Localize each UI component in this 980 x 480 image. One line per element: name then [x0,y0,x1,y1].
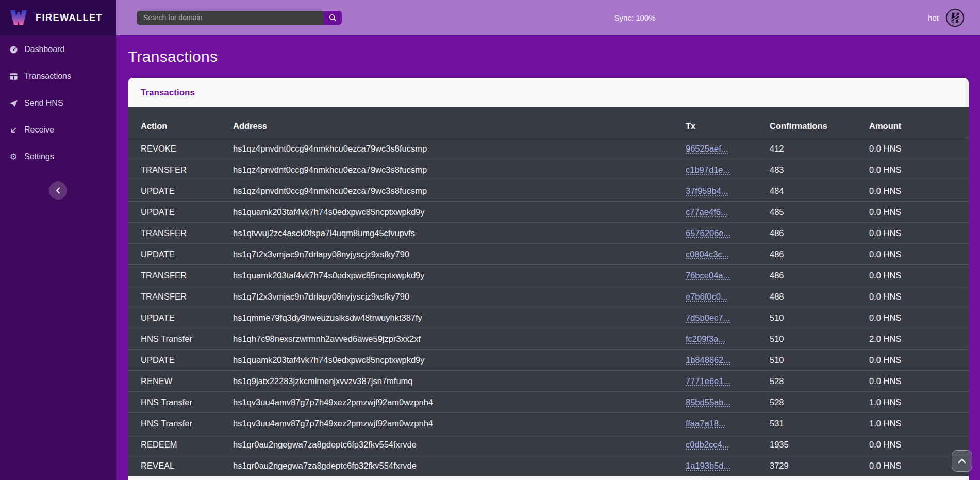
sidebar-collapse-button[interactable] [49,181,67,200]
cell-amount: 0.0 HNS [856,350,969,371]
tx-link[interactable]: 1b848862... [686,355,730,365]
send-icon [9,99,18,108]
cell-address: hs1q7t2x3vmjac9n7drlapy08nyjyscjz9xsfky7… [220,286,673,307]
cell-tx: c0804c3c... [673,244,757,265]
cell-address: hs1quamk203taf4vk7h74s0edxpwc85ncptxwpkd… [220,350,673,371]
table-row: RENEW hs1q9jatx22283jzkcmlrnenjxvvzv387j… [128,371,969,392]
table-row: TRANSFER hs1quamk203taf4vk7h74s0edxpwc85… [128,265,969,286]
table-icon [9,72,18,81]
cell-tx: c1b97d1e... [673,159,757,180]
cell-tx: ffaa7a18... [673,413,757,434]
cell-action: TRANSFER [128,265,220,286]
cell-amount: 0.0 HNS [856,159,969,180]
sidebar: FIREWALLET Dashboard Transactions Send H… [0,0,116,480]
main-content: Transactions Transactions Action Address… [116,35,980,480]
cell-action: REVEAL [128,455,220,476]
cell-tx: 85bd55ab... [673,392,757,413]
brand: FIREWALLET [0,0,116,35]
cell-address: hs1qz4pnvdnt0ccg94nmkhcu0ezca79wc3s8fucs… [220,159,673,180]
cell-confirmations: 510 [757,328,856,350]
cell-tx: 37f959b4... [673,180,757,202]
firewallet-w-logo-icon [8,8,29,27]
tx-link[interactable]: 7d5b0ec7... [686,313,730,322]
cell-action: UPDATE [128,307,220,328]
tx-link[interactable]: fc209f3a... [686,334,725,343]
search-input[interactable] [137,11,323,25]
sidebar-item-receive[interactable]: Receive [0,117,116,143]
transactions-table: Action Address Tx Confirmations Amount R… [128,107,969,476]
table-row: HNS Transfer hs1qv3uu4amv87g7p7h49xez2pm… [128,392,969,413]
sidebar-item-transactions[interactable]: Transactions [0,63,116,90]
tx-link[interactable]: e7b6f0c0... [686,292,728,301]
cell-confirmations: 510 [757,307,856,328]
sidebar-item-send-hns[interactable]: Send HNS [0,90,116,117]
cell-confirmations: 1935 [757,434,856,455]
cell-amount: 1.0 HNS [856,413,969,434]
card-header: Transactions [128,78,969,107]
cell-tx: c77ae4f6... [673,202,757,223]
chevron-left-icon [56,187,60,194]
cell-tx: 96525aef... [673,138,757,159]
tx-link[interactable]: 6576206e... [686,228,730,238]
sidebar-item-settings[interactable]: ⚙ Settings [0,143,116,170]
handshake-logo-icon[interactable] [945,8,965,27]
table-row: HNS Transfer hs1qv3uu4amv87g7p7h49xez2pm… [128,413,969,434]
cell-confirmations: 412 [757,138,856,159]
gear-icon: ⚙ [9,153,18,161]
tx-link[interactable]: c77ae4f6... [686,207,728,217]
search-button[interactable] [323,11,342,25]
cell-action: UPDATE [128,244,220,265]
sidebar-item-label: Settings [24,152,54,161]
cell-address: hs1q7t2x3vmjac9n7drlapy08nyjyscjz9xsfky7… [220,244,673,265]
cell-confirmations: 528 [757,371,856,392]
cell-action: TRANSFER [128,286,220,307]
cell-action: UPDATE [128,180,220,202]
cell-action: REDEEM [128,434,220,455]
cell-confirmations: 486 [757,265,856,286]
transactions-card: Transactions Action Address Tx Confirmat… [128,78,969,480]
app-window: FIREWALLET Dashboard Transactions Send H… [0,0,980,480]
cell-address: hs1qv3uu4amv87g7p7h49xez2pmzwjf92am0wzpn… [220,413,673,434]
tx-link[interactable]: 85bd55ab... [686,398,730,407]
cell-amount: 0.0 HNS [856,286,969,307]
cell-amount: 1.0 HNS [856,392,969,413]
sidebar-item-label: Send HNS [24,98,63,108]
sidebar-item-label: Dashboard [24,45,64,54]
cell-confirmations: 483 [757,159,856,180]
cell-tx: fc209f3a... [673,328,757,350]
tx-link[interactable]: ffaa7a18... [686,419,726,428]
tx-link[interactable]: 1a193b5d... [686,461,730,470]
cell-amount: 0.0 HNS [856,244,969,265]
table-row: UPDATE hs1qz4pnvdnt0ccg94nmkhcu0ezca79wc… [128,180,969,202]
tx-link[interactable]: 96525aef... [686,144,728,153]
tx-link[interactable]: 76bce04a... [686,271,730,280]
cell-confirmations: 484 [757,180,856,202]
table-row: TRANSFER hs1qtvvuj2zc4asck0fspa7l4uqm8um… [128,223,969,244]
sidebar-item-label: Transactions [24,72,71,81]
table-row: TRANSFER hs1qz4pnvdnt0ccg94nmkhcu0ezca79… [128,159,969,180]
tx-link[interactable]: c1b97d1e... [686,165,730,174]
cell-confirmations: 486 [757,223,856,244]
cell-action: HNS Transfer [128,328,220,350]
cell-action: TRANSFER [128,159,220,180]
cell-address: hs1qv3uu4amv87g7p7h49xez2pmzwjf92am0wzpn… [220,392,673,413]
cell-tx: e7b6f0c0... [673,286,757,307]
cell-action: RENEW [128,371,220,392]
cell-address: hs1qmme79fq3dy9hweuzuslksdw48trwuyhkt387… [220,307,673,328]
tx-link[interactable]: 37f959b4... [686,186,728,195]
cell-confirmations: 528 [757,392,856,413]
cell-confirmations: 486 [757,244,856,265]
cell-amount: 0.0 HNS [856,371,969,392]
scroll-to-top-button[interactable] [952,450,972,472]
topbar: Sync: 100% hot [116,0,980,35]
tx-link[interactable]: c0db2cc4... [686,440,729,449]
magnifier-icon [329,14,337,22]
cell-tx: 76bce04a... [673,265,757,286]
sidebar-item-dashboard[interactable]: Dashboard [0,36,116,63]
sync-status: Sync: 100% [342,13,928,22]
sidebar-nav: Dashboard Transactions Send HNS Receive [0,35,116,170]
tx-link[interactable]: c0804c3c... [686,250,729,259]
cell-address: hs1qz4pnvdnt0ccg94nmkhcu0ezca79wc3s8fucs… [220,138,673,159]
tx-link[interactable]: 7771e6e1... [686,376,730,386]
cell-amount: 0.0 HNS [856,138,969,159]
